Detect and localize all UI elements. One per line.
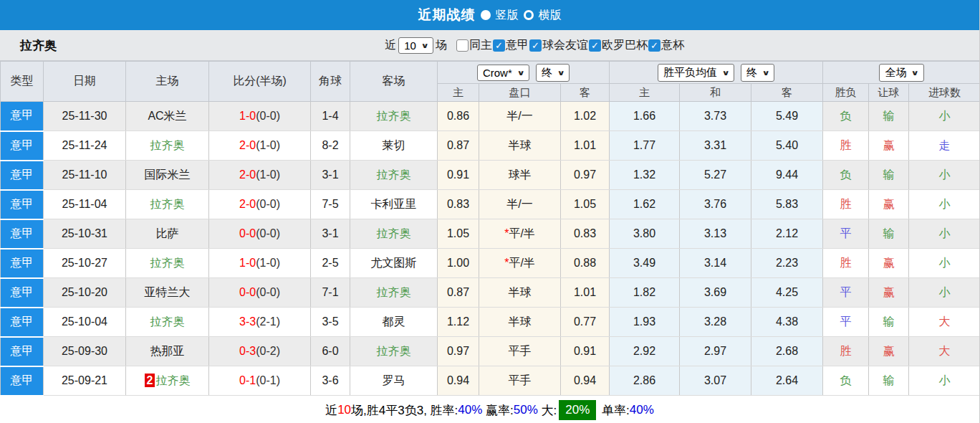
filter-checkbox-label[interactable]: 欧罗巴杯	[602, 38, 648, 53]
filter-bar: 拉齐奥 近 10 ∨ 场 同主 意甲 球会友谊	[0, 30, 979, 61]
result-spf-cell: 负	[823, 102, 869, 131]
away-team-name[interactable]: 莱切	[383, 139, 405, 151]
date-cell: 25-10-27	[44, 249, 126, 278]
chevron-down-icon: ∨	[721, 69, 729, 77]
corner-cell: 7-1	[311, 278, 350, 308]
odds-away-cell: 0.88	[561, 249, 610, 278]
home-team-name[interactable]: 国际米兰	[145, 168, 191, 181]
avg-home-cell: 1.32	[610, 161, 680, 190]
away-team-name[interactable]: 尤文图斯	[371, 257, 417, 269]
result-goals-cell: 小	[909, 161, 980, 190]
home-team-name[interactable]: 拉齐奥	[150, 315, 185, 328]
avg-state-select[interactable]: 终 ∨	[741, 64, 774, 82]
table-row: 意甲 25-09-30 热那亚 0-3(0-2) 6-0 拉齐奥 0.97 平手…	[1, 337, 980, 366]
summary-segment: 40%	[458, 403, 482, 417]
result-spf-cell: 平	[823, 308, 869, 337]
avg-home-cell: 1.93	[610, 308, 680, 337]
result-spf-cell: 胜	[823, 249, 869, 278]
handicap-cell: 半/一	[479, 190, 561, 219]
summary-segment: 赢率:	[482, 402, 513, 419]
home-team-name[interactable]: 拉齐奥	[150, 198, 185, 210]
avg-draw-cell: 2.97	[680, 337, 751, 366]
home-team-name[interactable]: 比萨	[156, 227, 179, 239]
match-count-select[interactable]: 10 ∨	[398, 37, 433, 54]
away-team-name[interactable]: 都灵	[383, 315, 405, 328]
fulltime-score: 0-0	[239, 227, 256, 239]
away-team-name[interactable]: 卡利亚里	[371, 198, 417, 210]
odds-home-cell: 0.91	[438, 161, 479, 190]
horizontal-layout-radio[interactable]	[524, 10, 534, 20]
filter-item: 欧罗巴杯	[588, 38, 648, 53]
odds-home-cell: 1.05	[438, 219, 479, 249]
odds-source-select[interactable]: Crow* ∨	[477, 65, 529, 81]
away-team-name[interactable]: 拉齐奥	[377, 168, 411, 181]
home-team-name[interactable]: 亚特兰大	[145, 286, 191, 298]
horizontal-layout-label[interactable]: 横版	[539, 8, 562, 23]
away-team-name[interactable]: 拉齐奥	[377, 110, 411, 122]
halftime-score: (0-0)	[256, 286, 280, 298]
corner-cell: 8-2	[311, 131, 350, 161]
odds-away-cell: 0.97	[561, 161, 610, 190]
odds-away-cell: 1.01	[561, 278, 610, 308]
chevron-down-icon: ∨	[421, 42, 428, 49]
home-team-name[interactable]: 拉齐奥	[155, 374, 190, 386]
away-team-name[interactable]: 拉齐奥	[377, 286, 411, 298]
vertical-layout-radio[interactable]	[481, 10, 491, 20]
odds-home-cell: 0.94	[438, 366, 479, 396]
away-team-cell: 莱切	[350, 131, 438, 161]
filter-checkbox[interactable]	[493, 39, 505, 52]
summary-segment: 40%	[630, 403, 654, 417]
fulltime-score: 2-0	[239, 168, 256, 181]
fulltime-score: 1-0	[239, 110, 256, 122]
odds-home-cell: 1.12	[438, 308, 479, 337]
filter-checkbox[interactable]	[456, 39, 469, 52]
odds-state-select[interactable]: 终 ∨	[536, 64, 570, 82]
filter-checkbox[interactable]	[648, 39, 660, 52]
league-cell: 意甲	[1, 190, 44, 219]
scope-select[interactable]: 全场 ∨	[879, 64, 923, 82]
halftime-score: (2-1)	[256, 315, 280, 328]
odds-home-cell: 0.86	[438, 102, 479, 131]
home-team-name[interactable]: 拉齐奥	[150, 257, 185, 269]
titlebar: 近期战绩 竖版 横版	[0, 0, 979, 30]
result-goals-cell: 小	[909, 102, 980, 131]
date-cell: 25-11-04	[44, 190, 126, 219]
away-team-name[interactable]: 拉齐奥	[377, 227, 411, 239]
result-spf-cell: 胜	[823, 131, 869, 161]
away-team-name[interactable]: 拉齐奥	[377, 345, 411, 357]
home-team-name[interactable]: 拉齐奥	[150, 139, 185, 151]
date-cell: 25-10-31	[44, 219, 126, 249]
filter-item: 球会友谊	[529, 38, 588, 53]
avg-home-cell: 2.92	[610, 337, 680, 366]
league-cell: 意甲	[1, 249, 44, 278]
summary-segment: 单率:	[598, 402, 629, 419]
home-team-name[interactable]: 热那亚	[150, 345, 185, 357]
halftime-score: (1-0)	[256, 168, 280, 181]
result-handicap-cell: 赢	[869, 131, 909, 161]
filter-checkbox-label[interactable]: 意杯	[661, 38, 684, 53]
home-team-name[interactable]: AC米兰	[148, 110, 186, 122]
date-cell: 25-11-10	[44, 161, 126, 190]
avg-away-cell: 4.25	[751, 278, 823, 308]
avg-type-select[interactable]: 胜平负均值 ∨	[658, 64, 734, 82]
handicap-cell: 半球	[479, 131, 561, 161]
vertical-layout-label[interactable]: 竖版	[496, 8, 519, 23]
handicap-cell: 平手	[479, 366, 561, 396]
filter-checkbox[interactable]	[529, 39, 542, 52]
filter-checkbox[interactable]	[589, 39, 601, 52]
home-team-cell: 热那亚	[126, 337, 209, 366]
avg-draw-cell: 3.14	[680, 249, 751, 278]
filter-checkbox-label[interactable]: 意甲	[506, 38, 529, 53]
away-team-name[interactable]: 罗马	[383, 374, 405, 386]
summary-segment: 近	[325, 402, 337, 419]
date-cell: 25-09-21	[44, 366, 126, 396]
filter-checkbox-label[interactable]: 球会友谊	[542, 38, 588, 53]
avg-away-cell: 5.83	[751, 190, 823, 219]
odds-home-cell: 0.87	[438, 278, 479, 308]
result-spf-cell: 胜	[823, 337, 869, 366]
corner-cell: 3-1	[311, 219, 350, 249]
result-goals-cell: 小	[909, 219, 980, 249]
avg-away-cell: 5.49	[751, 102, 823, 131]
result-handicap-cell: 输	[869, 219, 909, 249]
filter-checkbox-label[interactable]: 同主	[469, 38, 492, 53]
